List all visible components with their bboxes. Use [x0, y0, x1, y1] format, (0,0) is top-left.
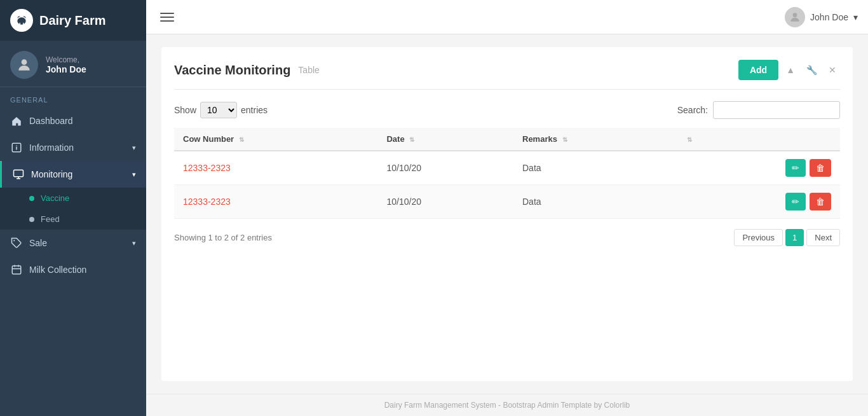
tag-icon [10, 237, 23, 249]
sidebar-item-monitoring[interactable]: Monitoring ▾ [0, 161, 146, 188]
hamburger-line-1 [160, 13, 174, 14]
delete-button-1[interactable]: 🗑 [810, 193, 831, 211]
table-controls: Show 10 25 50 100 entries Search: [174, 101, 840, 119]
home-icon [10, 114, 23, 127]
vaccine-sub-label: Vaccine [41, 193, 69, 203]
col-actions: ⇅ [675, 128, 840, 151]
search-box: Search: [677, 101, 840, 119]
show-label: Show [174, 105, 196, 115]
collapse-button[interactable]: ▲ [782, 61, 799, 79]
feed-sub-label: Feed [41, 214, 60, 224]
sidebar-item-milk-collection[interactable]: Milk Collection [0, 256, 146, 283]
app-logo-icon [10, 9, 33, 32]
sidebar-item-sale[interactable]: Sale ▾ [0, 230, 146, 256]
content-card: Vaccine Monitoring Table Add ▲ 🔧 ✕ Show [161, 47, 853, 381]
svg-point-8 [22, 59, 27, 65]
sidebar-general-label: GENERAL [0, 87, 146, 107]
previous-button[interactable]: Previous [734, 229, 783, 246]
hamburger-button[interactable] [156, 9, 178, 25]
svg-rect-12 [14, 170, 24, 177]
search-input[interactable] [713, 101, 840, 119]
sidebar-sub-item-feed[interactable]: Feed [0, 209, 146, 230]
app-footer: Dairy Farm Management System - Bootstrap… [146, 394, 868, 416]
topbar-right[interactable]: John Doe ▾ [785, 7, 858, 27]
sidebar-avatar [10, 51, 38, 79]
action-cell: ✏ 🗑 [675, 185, 840, 219]
cow-number-sort-icon[interactable]: ⇅ [239, 136, 244, 143]
svg-rect-16 [12, 266, 21, 274]
edit-button-1[interactable]: ✏ [785, 193, 806, 211]
vaccine-dot [29, 196, 34, 201]
add-button[interactable]: Add [738, 60, 778, 80]
remarks-sort-icon[interactable]: ⇅ [562, 136, 567, 143]
table-row: 12333-2323 10/10/20 Data ✏ 🗑 [174, 151, 840, 185]
actions-sort-icon[interactable]: ⇅ [687, 136, 692, 143]
current-page-number: 1 [785, 229, 804, 246]
topbar-avatar [785, 7, 805, 27]
page-header-actions: Add ▲ 🔧 ✕ [738, 60, 840, 80]
svg-point-15 [13, 240, 15, 241]
cow-number-cell: 12333-2323 [174, 185, 377, 219]
settings-button[interactable]: 🔧 [803, 61, 821, 79]
col-date: Date ⇅ [377, 128, 513, 151]
next-button[interactable]: Next [806, 229, 840, 246]
remarks-cell: Data [513, 185, 675, 219]
sidebar-item-information[interactable]: Information ▾ [0, 134, 146, 161]
monitor-icon [12, 168, 25, 181]
sidebar-username: John Doe [46, 64, 86, 74]
monitoring-arrow-icon: ▾ [132, 170, 136, 179]
page-header-left: Vaccine Monitoring Table [174, 63, 320, 78]
information-arrow-icon: ▾ [132, 144, 136, 152]
sale-label: Sale [29, 238, 130, 248]
app-title: Dairy Farm [39, 13, 106, 28]
col-remarks: Remarks ⇅ [513, 128, 675, 151]
date-cell: 10/10/20 [377, 151, 513, 185]
feed-dot [29, 217, 34, 222]
table-footer: Showing 1 to 2 of 2 entries Previous 1 N… [174, 229, 840, 246]
topbar-caret-icon: ▾ [853, 12, 858, 22]
cow-number-link[interactable]: 12333-2323 [183, 163, 231, 173]
entries-select[interactable]: 10 25 50 100 [200, 102, 237, 118]
edit-button-0[interactable]: ✏ [785, 159, 806, 177]
collection-icon [10, 263, 23, 276]
monitoring-submenu: Vaccine Feed [0, 188, 146, 230]
table-body: 12333-2323 10/10/20 Data ✏ 🗑 12333-2323 … [174, 151, 840, 219]
sidebar-header: Dairy Farm [0, 0, 146, 41]
svg-point-20 [793, 13, 797, 17]
close-button[interactable]: ✕ [825, 61, 840, 79]
date-cell: 10/10/20 [377, 185, 513, 219]
sidebar-user-panel: Welcome, John Doe [0, 41, 146, 87]
sidebar: Dairy Farm Welcome, John Doe GENERAL Das… [0, 0, 146, 416]
table-row: 12333-2323 10/10/20 Data ✏ 🗑 [174, 185, 840, 219]
data-table: Cow Number ⇅ Date ⇅ Remarks ⇅ [174, 128, 840, 219]
action-cell: ✏ 🗑 [675, 151, 840, 185]
cow-number-link[interactable]: 12333-2323 [183, 197, 231, 207]
main-content: Vaccine Monitoring Table Add ▲ 🔧 ✕ Show [146, 34, 868, 394]
monitoring-label: Monitoring [31, 169, 130, 179]
col-cow-number: Cow Number ⇅ [174, 128, 377, 151]
showing-text: Showing 1 to 2 of 2 entries [174, 233, 272, 242]
search-label: Search: [677, 105, 708, 115]
cow-number-cell: 12333-2323 [174, 151, 377, 185]
entries-label: entries [241, 105, 268, 115]
show-entries-control: Show 10 25 50 100 entries [174, 102, 268, 118]
sale-arrow-icon: ▾ [132, 239, 136, 247]
page-subtitle: Table [298, 65, 319, 75]
date-sort-icon[interactable]: ⇅ [409, 136, 414, 143]
hamburger-line-3 [160, 20, 174, 22]
sidebar-sub-item-vaccine[interactable]: Vaccine [0, 188, 146, 209]
delete-button-0[interactable]: 🗑 [810, 159, 831, 177]
info-icon [10, 141, 23, 154]
page-header: Vaccine Monitoring Table Add ▲ 🔧 ✕ [174, 60, 840, 90]
topbar-left [156, 9, 178, 25]
remarks-cell: Data [513, 151, 675, 185]
sidebar-item-dashboard[interactable]: Dashboard [0, 107, 146, 134]
information-label: Information [29, 142, 130, 153]
sidebar-user-info: Welcome, John Doe [46, 55, 86, 74]
topbar: John Doe ▾ [146, 0, 868, 34]
dashboard-label: Dashboard [29, 116, 136, 126]
page-title: Vaccine Monitoring [174, 63, 290, 78]
table-header: Cow Number ⇅ Date ⇅ Remarks ⇅ [174, 128, 840, 151]
pagination: Previous 1 Next [734, 229, 840, 246]
milk-collection-label: Milk Collection [29, 265, 136, 275]
